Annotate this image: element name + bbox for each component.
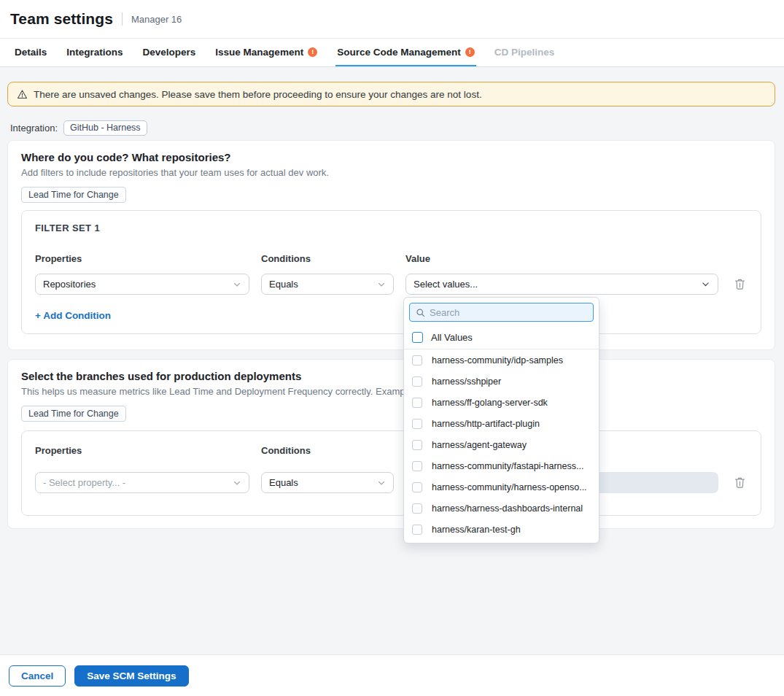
all-values-label: All Values xyxy=(431,332,473,343)
tab-developers[interactable]: Developers xyxy=(141,39,198,66)
branches-card-subtitle: This helps us measure metrics like Lead … xyxy=(21,386,761,397)
chevron-down-icon xyxy=(701,279,710,289)
option-checkbox[interactable] xyxy=(412,461,422,471)
integration-label: Integration: xyxy=(10,123,58,134)
warning-triangle-icon xyxy=(17,89,28,100)
lead-time-tag: Lead Time for Change xyxy=(21,187,126,203)
value-multiselect[interactable]: Select values... xyxy=(405,274,718,295)
delete-filter-button[interactable] xyxy=(733,476,746,490)
filter-set-title: FILTER SET 1 xyxy=(35,223,748,233)
filter-column-labels: Properties Conditions Value xyxy=(35,251,748,266)
option-checkbox[interactable] xyxy=(412,376,422,387)
dropdown-option[interactable]: harness/ff-golang-server-sdk xyxy=(404,392,599,413)
page-header: Team settings Manager 16 xyxy=(0,0,784,39)
filter-row: - Select property... - Equals xyxy=(35,472,748,493)
lead-time-tag: Lead Time for Change xyxy=(21,406,126,422)
chevron-down-icon xyxy=(233,280,241,289)
value-label: Value xyxy=(405,253,718,264)
condition-select[interactable]: Equals xyxy=(261,274,394,295)
tab-cd-pipelines: CD Pipelines xyxy=(493,39,556,66)
option-checkbox[interactable] xyxy=(412,355,422,366)
search-icon xyxy=(416,308,425,317)
add-condition-button[interactable]: + Add Condition xyxy=(35,310,111,321)
branches-card: Select the branches used for production … xyxy=(7,359,775,529)
dropdown-option-clipped[interactable]: harness/… xyxy=(404,540,599,544)
repositories-card: Where do you code? What repositories? Ad… xyxy=(7,140,775,350)
footer-action-bar: Cancel Save SCM Settings xyxy=(0,654,784,696)
branches-card-title: Select the branches used for production … xyxy=(21,370,761,382)
filter-row: Repositories Equals Select values... xyxy=(35,274,748,295)
integration-chip[interactable]: GitHub - Harness xyxy=(63,120,147,136)
property-select[interactable]: Repositories xyxy=(35,274,249,295)
tab-issue-management[interactable]: Issue Management ! xyxy=(214,39,319,66)
properties-label: Properties xyxy=(35,253,249,264)
unsaved-changes-banner: There are unsaved changes. Please save t… xyxy=(7,82,775,107)
banner-text: There are unsaved changes. Please save t… xyxy=(34,89,482,100)
dropdown-option[interactable]: harness-community/idp-samples xyxy=(404,349,599,371)
integration-row: Integration: GitHub - Harness xyxy=(10,120,147,136)
tab-details[interactable]: Details xyxy=(13,39,48,66)
tab-bar: Details Integrations Developers Issue Ma… xyxy=(0,39,784,67)
conditions-label: Conditions xyxy=(261,445,394,456)
chevron-down-icon xyxy=(377,280,386,289)
repositories-card-subtitle: Add filters to include repositories that… xyxy=(21,167,761,178)
branches-filter-set: Properties Conditions - Select property.… xyxy=(21,430,761,516)
repositories-card-title: Where do you code? What repositories? xyxy=(21,151,761,163)
option-checkbox[interactable] xyxy=(412,525,422,535)
value-dropdown-panel: All Values harness-community/idp-samples… xyxy=(403,297,599,544)
tab-source-code-management[interactable]: Source Code Management ! xyxy=(335,39,476,66)
conditions-label: Conditions xyxy=(261,253,394,264)
page-subtitle: Manager 16 xyxy=(131,14,182,25)
option-checkbox[interactable] xyxy=(412,503,422,514)
warning-badge-icon: ! xyxy=(465,47,475,57)
option-checkbox[interactable] xyxy=(412,482,422,492)
property-select[interactable]: - Select property... - xyxy=(35,472,249,493)
save-scm-settings-button[interactable]: Save SCM Settings xyxy=(74,665,188,687)
chevron-down-icon xyxy=(233,479,241,487)
title-divider xyxy=(122,12,123,26)
dropdown-option[interactable]: harness-community/fastapi-harness... xyxy=(404,455,599,476)
chevron-down-icon xyxy=(377,479,386,487)
dropdown-options-list: harness-community/idp-samples harness/ss… xyxy=(404,349,599,544)
option-checkbox[interactable] xyxy=(412,398,422,408)
dropdown-option[interactable]: harness/harness-dashboards-internal xyxy=(404,498,599,519)
select-all-option[interactable]: All Values xyxy=(404,327,599,349)
all-values-checkbox[interactable] xyxy=(412,332,423,343)
dropdown-option[interactable]: harness/http-artifact-plugin xyxy=(404,413,599,434)
page-title: Team settings xyxy=(10,10,113,28)
condition-select[interactable]: Equals xyxy=(261,472,394,493)
dropdown-option[interactable]: harness/sshpiper xyxy=(404,371,599,392)
dropdown-search xyxy=(409,303,594,322)
dropdown-option[interactable]: harness/agent-gateway xyxy=(404,434,599,455)
option-checkbox[interactable] xyxy=(412,440,422,450)
search-input[interactable] xyxy=(430,307,587,318)
filter-column-labels: Properties Conditions xyxy=(35,443,748,457)
delete-filter-button[interactable] xyxy=(733,277,746,292)
cancel-button[interactable]: Cancel xyxy=(9,665,66,687)
warning-badge-icon: ! xyxy=(308,47,317,57)
option-checkbox[interactable] xyxy=(412,419,422,429)
dropdown-option[interactable]: harness-community/harness-openso... xyxy=(404,476,599,498)
tab-integrations[interactable]: Integrations xyxy=(65,39,124,66)
dropdown-option[interactable]: harness/karan-test-gh xyxy=(404,519,599,540)
filter-set-1: FILTER SET 1 Properties Conditions Value… xyxy=(21,210,761,334)
properties-label: Properties xyxy=(35,445,249,456)
